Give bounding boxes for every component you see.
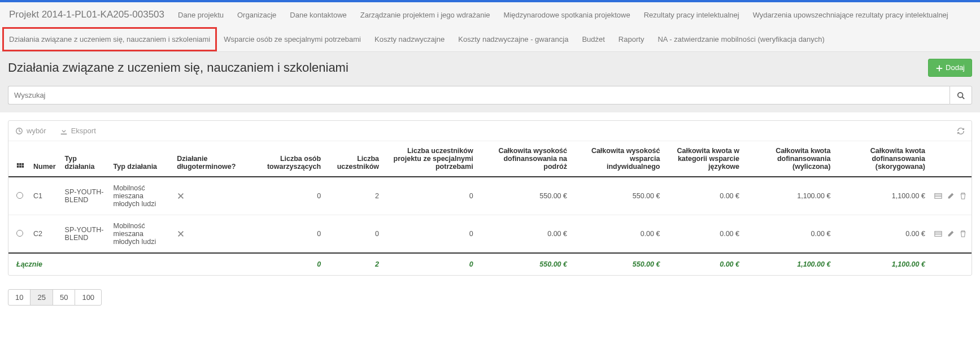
column-header[interactable]: Liczba uczestników projektu ze specjalny… — [384, 141, 478, 177]
cell-indiv: 550.00 € — [572, 177, 664, 215]
column-header[interactable]: Liczba osób towarzyszących — [250, 141, 325, 177]
refresh-tool[interactable] — [957, 127, 965, 136]
cell-lang: 0.00 € — [664, 215, 744, 254]
select-label: wybór — [27, 127, 46, 135]
cell-part: 0 — [325, 215, 384, 254]
cell-lang: 0.00 € — [664, 177, 744, 215]
plus-icon — [935, 63, 943, 72]
column-header[interactable] — [930, 141, 972, 177]
cell-calc: 1,100.00 € — [744, 177, 835, 215]
x-icon — [177, 192, 185, 200]
nav-item[interactable]: Rezultaty pracy intelektualnej — [637, 3, 746, 27]
nav-item[interactable]: Wydarzenia upowszechniające rezultaty pr… — [746, 3, 955, 27]
page-size-option[interactable]: 10 — [8, 289, 31, 306]
svg-rect-5 — [22, 163, 24, 165]
download-icon — [60, 127, 68, 136]
column-header[interactable]: Całkowita kwota w kategorii wsparcie jęz… — [664, 141, 744, 177]
nav-item[interactable]: Dane projektu — [171, 3, 230, 27]
column-header[interactable]: Numer — [29, 141, 60, 177]
cell-typ: SP-YOUTH-BLEND — [60, 177, 109, 215]
nav-item[interactable]: Koszty nadzwyczajne - gwarancja — [451, 27, 575, 51]
search-input[interactable] — [8, 86, 949, 104]
row-radio[interactable] — [16, 230, 23, 237]
column-header[interactable]: Typ działania — [109, 141, 173, 177]
column-header[interactable] — [8, 141, 29, 177]
nav-item[interactable]: Działania związane z uczeniem się, naucz… — [2, 27, 217, 51]
svg-rect-12 — [935, 232, 942, 237]
nav-item[interactable]: Zarządzanie projektem i jego wdrażanie — [354, 3, 497, 27]
cell-special: 0 — [384, 177, 478, 215]
refresh-icon — [957, 127, 965, 136]
search-button[interactable] — [949, 86, 972, 104]
nav-item[interactable]: Międzynarodowe spotkania projektowe — [497, 3, 637, 27]
svg-rect-8 — [22, 165, 24, 168]
cell-typ2: Mobilność mieszana młodych ludzi — [109, 177, 173, 215]
total-row: Łącznie020550.00 €550.00 €0.00 €1,100.00… — [8, 253, 972, 275]
svg-rect-3 — [17, 163, 19, 165]
svg-rect-6 — [17, 165, 19, 168]
detail-icon[interactable] — [934, 230, 942, 238]
svg-line-1 — [962, 97, 965, 99]
svg-rect-7 — [19, 165, 21, 168]
nav-item[interactable]: Koszty nadzwyczajne — [368, 27, 451, 51]
cell-travel: 550.00 € — [478, 177, 572, 215]
select-tool[interactable]: wybór — [15, 127, 46, 136]
cell-indiv: 0.00 € — [572, 215, 664, 254]
cell-adj: 1,100.00 € — [835, 177, 930, 215]
search-icon — [957, 90, 965, 99]
export-tool[interactable]: Eksport — [60, 127, 96, 136]
cell-adj: 0.00 € — [835, 215, 930, 254]
edit-icon[interactable] — [947, 230, 955, 238]
svg-point-0 — [958, 93, 963, 98]
cell-accomp: 0 — [250, 177, 325, 215]
detail-icon[interactable] — [934, 192, 942, 201]
table-toolbar: wybór Eksport — [8, 121, 972, 142]
grid-icon[interactable] — [16, 162, 24, 170]
cell-long — [172, 177, 250, 215]
add-button[interactable]: Dodaj — [928, 59, 972, 77]
table-row: C2SP-YOUTH-BLENDMobilność mieszana młody… — [8, 215, 972, 254]
export-label: Eksport — [71, 127, 96, 135]
add-button-label: Dodaj — [946, 63, 965, 72]
page-size-option[interactable]: 100 — [75, 289, 102, 306]
cell-special: 0 — [384, 215, 478, 254]
cell-travel: 0.00 € — [478, 215, 572, 254]
project-title: Projekt 2014-1-PL01-KA205-003503 — [2, 2, 171, 27]
search-bar — [0, 84, 980, 112]
delete-icon[interactable] — [959, 192, 967, 201]
row-radio[interactable] — [16, 192, 23, 199]
clock-icon — [15, 127, 23, 136]
cell-long — [172, 215, 250, 254]
column-header[interactable]: Całkowita wysokość wsparcia indywidualne… — [572, 141, 664, 177]
table-row: C1SP-YOUTH-BLENDMobilność mieszana młody… — [8, 177, 972, 215]
results-panel: wybór Eksport NumerTyp działaniaTyp dzia… — [8, 120, 972, 276]
nav-item[interactable]: Dane kontaktowe — [283, 3, 353, 27]
column-header[interactable]: Działanie długoterminowe? — [172, 141, 250, 177]
nav-item[interactable]: Organizacje — [230, 3, 283, 27]
column-header[interactable]: Całkowita kwota dofinansowania (wyliczon… — [744, 141, 835, 177]
nav-item[interactable]: NA - zatwierdzanie mobilności (weryfikac… — [651, 27, 831, 51]
nav-item[interactable]: Raporty — [612, 27, 651, 51]
total-label: Łącznie — [8, 253, 250, 275]
x-icon — [177, 230, 185, 238]
cell-typ2: Mobilność mieszana młodych ludzi — [109, 215, 173, 254]
cell-calc: 0.00 € — [744, 215, 835, 254]
svg-rect-4 — [19, 163, 21, 165]
cell-numer: C1 — [29, 177, 60, 215]
column-header[interactable]: Całkowita kwota dofinansowania (skorygow… — [835, 141, 930, 177]
cell-typ: SP-YOUTH-BLEND — [60, 215, 109, 254]
edit-icon[interactable] — [947, 192, 955, 201]
page-size-option[interactable]: 25 — [30, 289, 53, 306]
column-header[interactable]: Liczba uczestników — [325, 141, 384, 177]
nav-item[interactable]: Budżet — [575, 27, 611, 51]
column-header[interactable]: Całkowita wysokość dofinansowania na pod… — [478, 141, 572, 177]
cell-numer: C2 — [29, 215, 60, 254]
page-size-selector: 102550100 — [0, 284, 980, 311]
page-header: Działania związane z uczeniem się, naucz… — [0, 52, 980, 84]
cell-part: 2 — [325, 177, 384, 215]
delete-icon[interactable] — [959, 230, 967, 238]
column-header[interactable]: Typ działania — [60, 141, 109, 177]
page-size-option[interactable]: 50 — [53, 289, 75, 306]
nav-item[interactable]: Wsparcie osób ze specjalnymi potrzebami — [217, 27, 368, 51]
nav-container: Projekt 2014-1-PL01-KA205-003503 Dane pr… — [0, 2, 980, 52]
